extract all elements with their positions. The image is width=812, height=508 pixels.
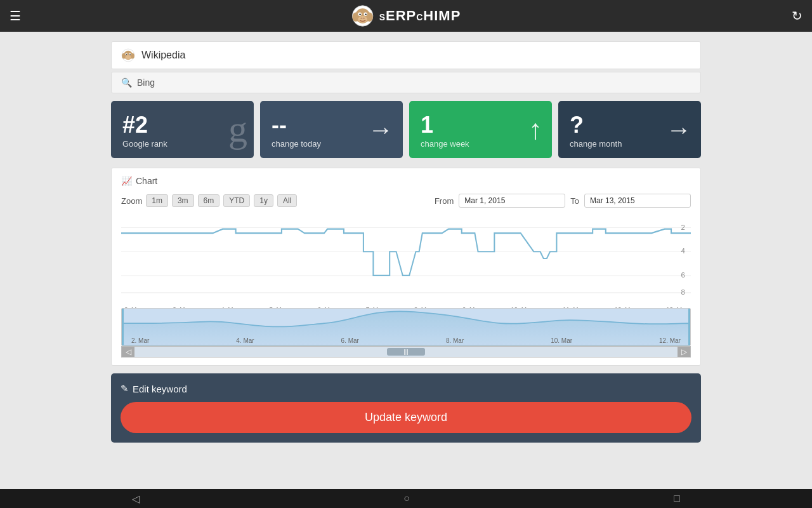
- logo-text: SERPCHIMP: [379, 8, 461, 24]
- change-month-label: change month: [570, 139, 690, 149]
- from-label: From: [435, 196, 454, 206]
- zoom-label: Zoom: [121, 196, 142, 206]
- svg-point-19: [129, 54, 131, 55]
- site-header: Wikipedia: [111, 41, 701, 69]
- back-button[interactable]: ◁: [132, 493, 140, 505]
- zoom-3m[interactable]: 3m: [172, 194, 194, 207]
- chart-section: 📈 Chart Zoom 1m 3m 6m YTD 1y All From To: [111, 168, 701, 366]
- mini-date-0: 2. Mar: [131, 337, 149, 344]
- scroll-right-btn[interactable]: ▷: [678, 347, 690, 357]
- engine-name: Bing: [137, 77, 155, 88]
- mini-chart-dates: 2. Mar 4. Mar 6. Mar 8. Mar 10. Mar 12. …: [131, 337, 681, 344]
- site-monkey-icon: [121, 48, 135, 62]
- svg-text:8: 8: [681, 288, 685, 296]
- svg-text:2: 2: [681, 223, 685, 231]
- edit-icon: ✎: [121, 383, 129, 394]
- scroll-left-btn[interactable]: ◁: [122, 347, 134, 357]
- mini-date-5: 12. Mar: [659, 337, 681, 344]
- update-keyword-button[interactable]: Update keyword: [121, 402, 691, 433]
- mini-date-4: 10. Mar: [551, 337, 572, 344]
- change-week-label: change week: [421, 139, 540, 149]
- zoom-6m[interactable]: 6m: [198, 194, 220, 207]
- main-content: Wikipedia 🔍 Bing g #2 Google rank → -- c…: [0, 32, 812, 489]
- change-today-card: → -- change today: [260, 101, 403, 158]
- zoom-all[interactable]: All: [277, 194, 297, 207]
- edit-keyword-section: ✎ Edit keyword Update keyword: [111, 373, 701, 443]
- zoom-left: Zoom 1m 3m 6m YTD 1y All: [121, 194, 297, 207]
- svg-point-10: [363, 18, 365, 19]
- main-chart: 2 4 6 8 2. Mar 3. Mar 4. Mar 5. Mar 6. M…: [121, 214, 691, 303]
- bing-row: 🔍 Bing: [111, 72, 701, 93]
- scroll-track: |||: [134, 347, 678, 357]
- recent-button[interactable]: □: [674, 493, 680, 504]
- svg-point-18: [126, 54, 128, 55]
- bottombar: ◁ ○ □: [0, 489, 812, 508]
- home-button[interactable]: ○: [403, 493, 410, 504]
- svg-point-9: [360, 18, 363, 19]
- stat-cards: g #2 Google rank → -- change today ↑ 1 c…: [111, 101, 701, 158]
- svg-point-8: [365, 13, 367, 15]
- mini-scrollbar: ◁ ||| ▷: [121, 346, 691, 358]
- svg-point-15: [126, 55, 131, 60]
- topbar: ☰ SERPCHIMP ↻: [0, 0, 812, 32]
- change-month-card: → ? change month: [558, 101, 701, 158]
- logo-icon: [351, 4, 374, 27]
- to-date-input[interactable]: [584, 194, 691, 208]
- svg-text:4: 4: [681, 246, 686, 255]
- change-today-label: change today: [272, 139, 391, 149]
- from-date-input[interactable]: [459, 194, 565, 208]
- change-week-value: 1: [421, 114, 540, 137]
- mini-date-1: 4. Mar: [236, 337, 254, 344]
- to-label: To: [570, 196, 579, 206]
- google-rank-value: #2: [122, 114, 242, 137]
- svg-point-7: [359, 13, 361, 15]
- mini-chart-container: 2. Mar 4. Mar 6. Mar 8. Mar 10. Mar 12. …: [121, 308, 691, 358]
- google-rank-label: Google rank: [122, 139, 242, 149]
- scroll-thumb[interactable]: |||: [387, 348, 425, 356]
- svg-text:6: 6: [681, 271, 685, 279]
- mini-chart: 2. Mar 4. Mar 6. Mar 8. Mar 10. Mar 12. …: [121, 308, 691, 346]
- zoom-1y[interactable]: 1y: [254, 194, 273, 207]
- refresh-icon[interactable]: ↻: [792, 8, 802, 23]
- zoom-1m[interactable]: 1m: [146, 194, 168, 207]
- edit-keyword-title: ✎ Edit keyword: [121, 383, 691, 394]
- site-name: Wikipedia: [141, 50, 185, 61]
- search-icon: 🔍: [121, 77, 132, 88]
- chart-svg: 2 4 6 8: [121, 214, 691, 303]
- scroll-thumb-dots: |||: [387, 348, 425, 356]
- zoom-ytd[interactable]: YTD: [223, 194, 250, 207]
- hamburger-icon[interactable]: ☰: [10, 8, 21, 23]
- chart-icon: 📈: [121, 176, 132, 186]
- chart-title: 📈 Chart: [121, 176, 691, 186]
- change-week-card: ↑ 1 change week: [409, 101, 552, 158]
- mini-date-3: 8. Mar: [446, 337, 464, 344]
- zoom-controls: Zoom 1m 3m 6m YTD 1y All From To: [121, 194, 691, 208]
- zoom-right: From To: [435, 194, 691, 208]
- topbar-logo: SERPCHIMP: [351, 4, 461, 27]
- mini-date-2: 6. Mar: [341, 337, 359, 344]
- google-rank-card: g #2 Google rank: [111, 101, 254, 158]
